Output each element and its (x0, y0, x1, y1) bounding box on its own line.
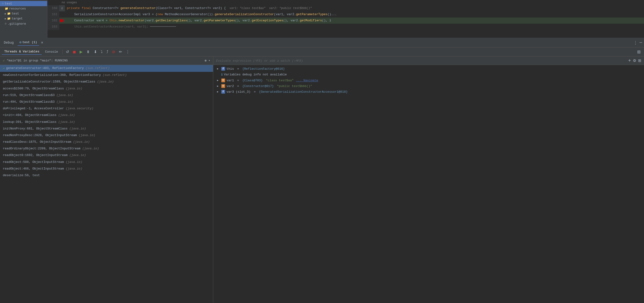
line-num-161: 161 (48, 11, 59, 18)
expand-variables-button[interactable]: ⊞ (638, 58, 641, 63)
step-into-button[interactable]: ⤵ (99, 49, 104, 55)
stack-frame-5[interactable]: run:494, ObjectStreamClass$3 (java.io) (0, 99, 213, 105)
var-expand-icon: ▶ (217, 85, 220, 88)
file-tree-label: test (12, 12, 19, 16)
minimize-icon[interactable]: ─ (640, 40, 642, 45)
debug-label: Debug (4, 41, 14, 45)
var-name-var1: var1 (226, 79, 234, 82)
line-num-163: 163 (48, 24, 59, 30)
code-line-160: 160 @ private final Constructor<?> gener… (48, 5, 644, 11)
var-string-var1: "class test$aa" (264, 79, 294, 82)
thread-dropdown-button[interactable]: ▾ (208, 59, 210, 62)
code-line-162: 162 Constructor var4 = this.newConstruct… (48, 18, 644, 24)
session-tab-icon: ⊙ (20, 40, 21, 44)
stack-frame-text: run:494, ObjectStreamClass$3 (java.io) (3, 100, 73, 104)
file-tree-item-test-folder[interactable]: ▶ 📁 test (0, 11, 47, 16)
code-editor: no usages 160 @ private final Constructo… (48, 0, 644, 38)
close-session-button[interactable]: × (41, 41, 43, 45)
thread-header: ✓ "main"@1 in group "main": RUNNING ⊛ ▾ (0, 57, 213, 65)
code-text-160: private final Constructor<?> generateCon… (65, 5, 314, 11)
folder-icon: 📁 (7, 17, 11, 20)
var-name-this: this (226, 67, 234, 71)
var-equals: = (235, 84, 241, 88)
stack-frame-8[interactable]: lookup:391, ObjectStreamClass (java.io) (0, 119, 213, 125)
step-out-button[interactable]: ⤴ (105, 49, 110, 55)
ignore-icon: ⊘ (5, 22, 7, 26)
local-type-icon: © (221, 79, 225, 82)
stack-frame-7[interactable]: <init>:494, ObjectStreamClass (java.io) (0, 112, 213, 119)
variable-var3[interactable]: ▶ f var3 (slot_3) = {GeneratedSerializat… (213, 89, 644, 95)
variables-settings-button[interactable]: ⚙ (633, 58, 636, 63)
variable-var2[interactable]: ▶ © var2 = {Constructor@817} "public tes… (213, 83, 644, 89)
file-tree-item-test[interactable]: ⊙ test (0, 1, 47, 6)
var-expand-icon: ▶ (217, 79, 220, 82)
stack-frame-16[interactable]: deserialize:56, test (0, 172, 213, 179)
local-type-icon: © (221, 84, 225, 88)
stack-frame-text: <init>:494, ObjectStreamClass (java.io) (3, 113, 75, 117)
info-icon: ℹ (221, 73, 222, 77)
toolbar-separator (62, 50, 62, 54)
console-tab[interactable]: Console (43, 49, 60, 55)
stack-frame-6[interactable]: doPrivileged:-1, AccessController (java.… (0, 105, 213, 112)
variable-var1[interactable]: ▶ © var1 = {Class@703} "class test$aa" .… (213, 78, 644, 83)
navigate-var1-link[interactable]: ... Navigate (296, 79, 318, 82)
stack-frame-11[interactable]: readClassDesc:1875, ObjectInputStream (j… (0, 139, 213, 145)
threads-panel: ✓ "main"@1 in group "main": RUNNING ⊛ ▾ … (0, 57, 213, 303)
rerun-button[interactable]: ↺ (64, 49, 70, 55)
file-tree-item-resources[interactable]: 📁 resources (0, 6, 47, 11)
more-options-icon[interactable]: ⋮ (633, 40, 638, 45)
filter-button[interactable]: ⊛ (204, 59, 206, 63)
file-tree-item-target[interactable]: ▶ 📁 target (0, 16, 47, 21)
stack-frame-text: doPrivileged:-1, AccessController (java.… (3, 106, 93, 111)
step-over-button[interactable]: ⬇ (92, 49, 98, 55)
pause-button[interactable]: ⏸ (85, 49, 92, 55)
line-num-162: 162 (48, 18, 59, 24)
circle-icon: ⊙ (2, 2, 4, 6)
stack-frame-0[interactable]: ↩ generateConstructor:403, ReflectionFac… (0, 65, 213, 72)
expand-arrow: ▶ (5, 12, 6, 15)
add-watch-button[interactable]: + (628, 58, 631, 63)
stack-frame-15[interactable]: readObject:466, ObjectInputStream (java.… (0, 165, 213, 172)
code-line-161: 161 SerializationConstructorAccessorImpl… (48, 11, 644, 18)
field-type-icon: f (221, 90, 225, 94)
var-value-this: {ReflectionFactory@816} (242, 67, 285, 71)
stop-button[interactable]: ◼ (71, 49, 77, 55)
stack-frame-text: generateConstructor:403, ReflectionFacto… (6, 66, 110, 70)
more-button[interactable]: ⋮ (124, 49, 131, 55)
field-type-icon: f (221, 67, 225, 71)
edit-button[interactable]: ✏ (118, 49, 124, 55)
stack-frame-14[interactable]: readObject:508, ObjectInputStream (java.… (0, 159, 213, 165)
resume-button[interactable]: ▶ (78, 49, 84, 55)
gutter-162 (59, 19, 65, 22)
stack-frame-3[interactable]: access$1500:79, ObjectStreamClass (java.… (0, 85, 213, 92)
no-usages-label: no usages (48, 0, 644, 5)
threads-variables-tab[interactable]: Threads & Variables (2, 49, 42, 55)
file-tree-item-gitignore[interactable]: ⊘ .gitignore (0, 21, 47, 26)
breakpoint-icon (60, 19, 63, 22)
stack-frame-2[interactable]: getSerializableConstructor:1589, ObjectS… (0, 79, 213, 85)
mute-breakpoints-button[interactable]: ⊘ (111, 49, 116, 55)
var-expand-icon: ▶ (217, 90, 220, 93)
stack-frame-text: readObject:508, ObjectInputStream (java.… (3, 160, 82, 164)
session-tab[interactable]: ⊙ test (1) (18, 39, 39, 46)
debug-bar: Debug ⊙ test (1) × ⋮ ─ (0, 38, 644, 48)
debug-tab[interactable]: Debug (2, 40, 16, 46)
running-indicator: ✓ (3, 59, 5, 63)
stack-frame-text: newConstructorForSerialization:360, Refl… (3, 73, 127, 77)
code-area: ⊙ test 📁 resources ▶ 📁 test ▶ 📁 target ⊘… (0, 0, 644, 38)
stack-frame-12[interactable]: readOrdinaryObject:2209, ObjectInputStre… (0, 145, 213, 152)
eval-placeholder: Evaluate expression (⌥F8) or add a watch… (216, 59, 303, 63)
restore-button[interactable]: ⊞ (636, 48, 642, 56)
var-string-var2: "public test$bbb()" (275, 84, 312, 88)
file-tree-label: resources (9, 7, 26, 11)
stack-frame-10[interactable]: readNonProxyDesc:2028, ObjectInputStream… (0, 132, 213, 139)
eval-input-area[interactable]: Evaluate expression (⌥F8) or add a watch… (216, 59, 626, 63)
stack-frame-9[interactable]: initNonProxy:681, ObjectStreamClass (jav… (0, 125, 213, 132)
variables-list: ▶ f this = {ReflectionFactory@816} ℹ Var… (213, 65, 644, 303)
stack-frame-text: lookup:391, ObjectStreamClass (java.io) (3, 120, 75, 124)
stack-frame-1[interactable]: newConstructorForSerialization:360, Refl… (0, 72, 213, 79)
stack-frame-text: run:519, ObjectStreamClass$3 (java.io) (3, 93, 73, 97)
variable-this[interactable]: ▶ f this = {ReflectionFactory@816} (213, 66, 644, 72)
stack-frame-4[interactable]: run:519, ObjectStreamClass$3 (java.io) (0, 92, 213, 99)
stack-frame-13[interactable]: readObject0:1692, ObjectInputStream (jav… (0, 152, 213, 159)
